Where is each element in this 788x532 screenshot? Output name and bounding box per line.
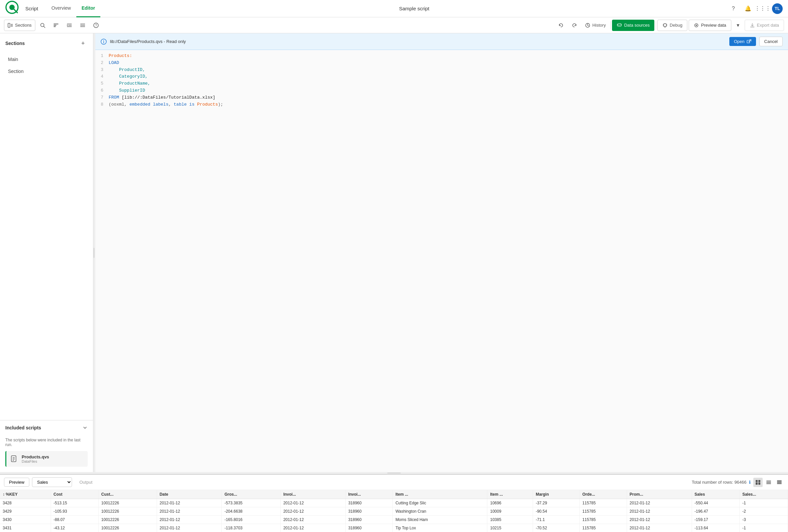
info-icon [101,39,107,45]
sections-toggle-button[interactable]: Sections [4,20,35,31]
col-header-cust[interactable]: Cust... [98,490,157,499]
col-header-orde[interactable]: Orde... [580,490,627,499]
col-header-key[interactable]: ↕ %KEY [0,490,51,499]
col-header-date[interactable]: Date [157,490,222,499]
col-header-cost[interactable]: Cost [51,490,98,499]
user-avatar[interactable]: TL [772,3,783,14]
banner-open-button[interactable]: Open [729,37,756,46]
table-selector[interactable]: Sales [32,477,72,487]
svg-rect-25 [664,24,666,27]
sidebar-resizer[interactable] [93,33,95,472]
grid-view-button[interactable] [753,478,763,487]
script-item-path: DataFiles [22,459,49,463]
list-view-button[interactable] [764,478,773,487]
svg-rect-10 [54,25,56,26]
preview-data-icon [694,23,699,28]
table-row: 3431-43.12100122262012-01-12-118.3703201… [0,524,788,532]
help-button[interactable]: ? [90,20,102,31]
nav-links: Overview Editor [46,0,100,17]
top-nav: Script Overview Editor Sample script ? 🔔… [0,0,788,17]
svg-line-8 [44,26,45,28]
redo-icon [572,23,577,28]
sidebar-item-section[interactable]: Section [0,65,93,77]
main-layout: Sections + Main Section Included scripts… [0,33,788,472]
help-icon: ? [93,23,99,28]
script-item-products[interactable]: Products.qvs DataFiles [5,451,88,467]
sidebar: Sections + Main Section Included scripts… [0,33,93,472]
indent-left-button[interactable] [77,20,88,31]
col-header-gros[interactable]: Gros... [222,490,280,499]
included-scripts-body: The scripts below were included in the l… [0,435,93,472]
compact-view-icon [777,480,782,485]
sections-label: Sections [15,23,32,28]
debug-icon [662,23,668,28]
nav-center: Sample script [106,6,723,11]
row-count-info-icon: ℹ [749,480,751,485]
help-icon-btn[interactable]: ? [728,3,739,14]
sidebar-item-main[interactable]: Main [0,53,93,65]
compact-view-button[interactable] [775,478,784,487]
nav-right: ? 🔔 ⋮⋮⋮ TL [728,3,783,14]
table-row: 3430-88.07100122262012-01-12-165.8016201… [0,516,788,524]
col-header-invoi1[interactable]: Invoi... [280,490,345,499]
data-sources-label: Data sources [624,23,650,28]
included-scripts-header[interactable]: Included scripts [0,421,93,435]
data-table-wrap[interactable]: ↕ %KEY Cost Cust... Date Gros... Invoi..… [0,490,788,532]
bell-icon-btn[interactable]: 🔔 [743,3,753,14]
sidebar-title: Sections [5,41,25,46]
indent-left-icon [80,23,85,28]
svg-rect-11 [54,26,56,27]
nav-editor[interactable]: Editor [76,0,100,17]
data-sources-button[interactable]: Data sources [612,20,654,31]
svg-line-23 [588,25,589,26]
col-header-prom[interactable]: Prom... [627,490,692,499]
toolbar-right: History Data sources Debug P [555,20,784,31]
included-scripts-title: Included scripts [5,425,41,430]
preview-data-dropdown[interactable]: ▾ [733,20,743,30]
preview-data-label: Preview data [701,23,726,28]
code-line-3: 3 ProductID, [95,67,788,74]
banner-text: lib://DataFiles/Products.qvs - Read only [110,39,726,44]
history-label: History [592,23,606,28]
banner-cancel-button[interactable]: Cancel [759,37,783,46]
grid-icon-btn[interactable]: ⋮⋮⋮ [757,3,768,14]
preview-button[interactable]: Preview [4,478,29,487]
history-icon [585,23,590,28]
comment-icon [53,23,59,28]
col-header-sales2[interactable]: Sales... [739,490,788,499]
col-header-sales[interactable]: Sales [692,490,739,499]
toolbar-divider-2 [656,21,656,29]
bottom-toolbar: Preview Sales Output Total number of row… [0,475,788,490]
col-header-item1[interactable]: Item ... [393,490,487,499]
undo-button[interactable] [555,20,567,31]
search-icon [40,23,45,28]
included-scripts-description: The scripts below were included in the l… [5,438,88,447]
view-icons [753,478,784,487]
included-scripts-panel: Included scripts The scripts below were … [0,420,93,472]
sidebar-header: Sections + [0,33,93,50]
debug-button[interactable]: Debug [657,20,687,31]
grid-view-icon [756,480,760,485]
redo-button[interactable] [568,20,580,31]
output-button[interactable]: Output [75,478,97,486]
indent-right-button[interactable] [63,20,75,31]
col-header-margin[interactable]: Margin [533,490,580,499]
preview-data-button[interactable]: Preview data [689,20,731,31]
add-section-button[interactable]: + [78,39,88,48]
col-header-invoi2[interactable]: Invoi... [345,490,393,499]
comment-button[interactable] [50,20,62,31]
chevron-down-icon [82,425,88,430]
toolbar: Sections ? [0,17,788,33]
nav-overview[interactable]: Overview [46,0,76,17]
svg-point-30 [696,25,697,26]
code-editor[interactable]: 1 Products: 2 LOAD 3 ProductID, 4 Catego… [95,50,788,472]
history-button[interactable]: History [582,20,609,31]
export-data-button[interactable]: Export data [745,20,784,31]
toolbar-divider-1 [610,21,611,29]
col-header-item2[interactable]: Item ... [487,490,533,499]
data-table-body: 3428-513.15100122262012-01-12-573.383520… [0,499,788,532]
code-line-2: 2 LOAD [95,60,788,67]
search-button[interactable] [37,20,49,31]
table-row: 3428-513.15100122262012-01-12-573.383520… [0,499,788,507]
svg-point-37 [103,40,104,41]
